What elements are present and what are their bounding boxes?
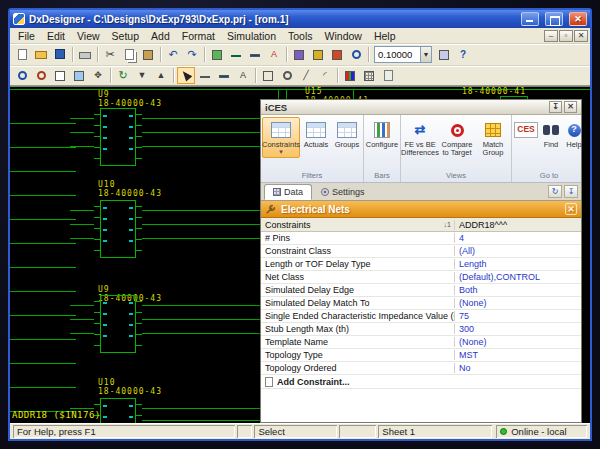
ic-symbol-u10b[interactable] [100,398,136,423]
find-toolbar-icon[interactable] [347,46,365,63]
table-row[interactable]: Simulated Delay EdgeBoth [261,284,581,297]
zoom-in-icon[interactable] [13,67,31,84]
select-tool-icon[interactable] [177,67,195,84]
zoom-full-icon[interactable] [70,67,88,84]
title-bar[interactable]: DxDesigner - C:\Designs\DxExp793\DxExp.p… [10,10,590,28]
add-bus-icon[interactable] [246,46,264,63]
actuals-button[interactable]: Actuals [301,117,331,151]
table-row[interactable]: Template Name(None) [261,336,581,349]
paste-icon[interactable] [139,46,157,63]
column-header-constraints[interactable]: Constraints [265,220,311,230]
find-button[interactable]: Find [540,117,562,151]
new-icon[interactable] [13,46,31,63]
pan-icon[interactable]: ✥ [89,67,107,84]
column-header-net[interactable]: ADDR18^^^ [455,220,581,230]
table-row[interactable]: Constraint Class(All) [261,245,581,258]
color-picker-icon[interactable] [341,67,359,84]
zoom-level-combo[interactable]: 0.10000 ▼ [374,46,432,63]
circle-tool-icon[interactable] [278,67,296,84]
copy-icon[interactable] [120,46,138,63]
groups-button[interactable]: Groups [332,117,362,151]
bus-tool-icon[interactable] [215,67,233,84]
wire-tool-icon[interactable] [196,67,214,84]
property-value[interactable]: Both [455,285,581,295]
push-into-icon[interactable]: ▼ [133,67,151,84]
property-value[interactable]: 300 [455,324,581,334]
menu-format[interactable]: Format [176,29,221,43]
property-value[interactable]: MST [455,350,581,360]
grid-toggle-icon[interactable] [360,67,378,84]
close-button[interactable]: ✕ [569,12,587,26]
match-group-button[interactable]: Match Group [476,117,510,159]
close-icon[interactable]: ✕ [564,101,577,113]
compare-to-target-button[interactable]: Compare to Target [439,117,475,159]
table-header-row[interactable]: Constraints ↓1 ADDR18^^^ [261,218,581,232]
configure-button[interactable]: Configure [365,117,399,151]
maximize-button[interactable] [545,12,563,26]
ic-symbol-u10[interactable] [100,200,136,258]
mdi-minimize-button[interactable]: – [544,30,558,42]
print-icon[interactable] [76,46,94,63]
mdi-restore-button[interactable]: ▫ [559,30,573,42]
table-row[interactable]: Single Ended Characteristic Impedance Va… [261,310,581,323]
table-row[interactable]: # Pins4 [261,232,581,245]
menu-file[interactable]: File [12,29,41,43]
ic-symbol-u9[interactable] [100,108,136,166]
undo-icon[interactable]: ↶ [164,46,182,63]
constraints-button[interactable]: Constraints ▼ [262,117,300,158]
table-row[interactable]: Stub Length Max (th)300 [261,323,581,336]
mdi-close-button[interactable]: ✕ [574,30,588,42]
ces-button[interactable]: CES [513,117,539,143]
line-tool-icon[interactable]: ╱ [297,67,315,84]
pin-icon[interactable]: ↧ [549,101,562,113]
redraw-icon[interactable]: ↻ [114,67,132,84]
arc-tool-icon[interactable]: ◜ [316,67,334,84]
table-row[interactable]: Length or TOF Delay TypeLength [261,258,581,271]
table-row[interactable]: Topology OrderedNo [261,362,581,375]
menu-setup[interactable]: Setup [106,29,145,43]
panel-close-icon[interactable]: ✕ [565,203,577,215]
navigator-icon[interactable] [309,46,327,63]
menu-add[interactable]: Add [145,29,176,43]
ces-toolbar-icon[interactable] [328,46,346,63]
zoom-out-icon[interactable] [32,67,50,84]
help-toolbar-icon[interactable]: ? [454,46,472,63]
property-value[interactable]: (None) [455,337,581,347]
menu-edit[interactable]: Edit [41,29,71,43]
cut-icon[interactable]: ✂ [101,46,119,63]
tab-settings[interactable]: Settings [312,184,374,200]
combo-dropdown-icon[interactable]: ▼ [420,47,431,62]
property-value[interactable]: No [455,363,581,373]
property-value[interactable]: 4 [455,233,581,243]
help-button[interactable]: ? Help [563,117,585,151]
add-part-icon[interactable] [208,46,226,63]
tab-data[interactable]: Data [264,184,312,200]
property-value[interactable]: (None) [455,298,581,308]
fe-vs-be-differences-button[interactable]: ⇄ FE vs BE Differences [402,117,438,159]
sheet-settings-icon[interactable] [379,67,397,84]
save-icon[interactable] [51,46,69,63]
open-icon[interactable] [32,46,50,63]
redo-icon[interactable]: ↷ [183,46,201,63]
dxdatabook-icon[interactable] [290,46,308,63]
text-tool-icon[interactable]: A [234,67,252,84]
ic-symbol-u9b[interactable] [100,295,136,353]
schematic-canvas[interactable]: U918-40000-43 U1018-40000-43 U918-40000-… [10,86,590,423]
pop-out-icon[interactable]: ▲ [152,67,170,84]
table-row[interactable]: Simulated Delay Match To(None) [261,297,581,310]
zoom-window-icon[interactable] [51,67,69,84]
pin-icon[interactable]: ↧ [564,185,578,198]
menu-window[interactable]: Window [319,29,368,43]
ices-title-bar[interactable]: iCES ↧ ✕ [261,100,581,115]
menu-tools[interactable]: Tools [282,29,319,43]
table-row[interactable]: Topology TypeMST [261,349,581,362]
minimize-button[interactable] [521,12,539,26]
property-value[interactable]: (All) [455,246,581,256]
add-wire-icon[interactable] [227,46,245,63]
rect-tool-icon[interactable] [259,67,277,84]
table-row[interactable]: Net Class(Default),CONTROL [261,271,581,284]
add-constraint-row[interactable]: Add Constraint... [261,375,581,389]
property-value[interactable]: Length [455,259,581,269]
menu-view[interactable]: View [71,29,106,43]
property-value[interactable]: (Default),CONTROL [455,272,581,282]
